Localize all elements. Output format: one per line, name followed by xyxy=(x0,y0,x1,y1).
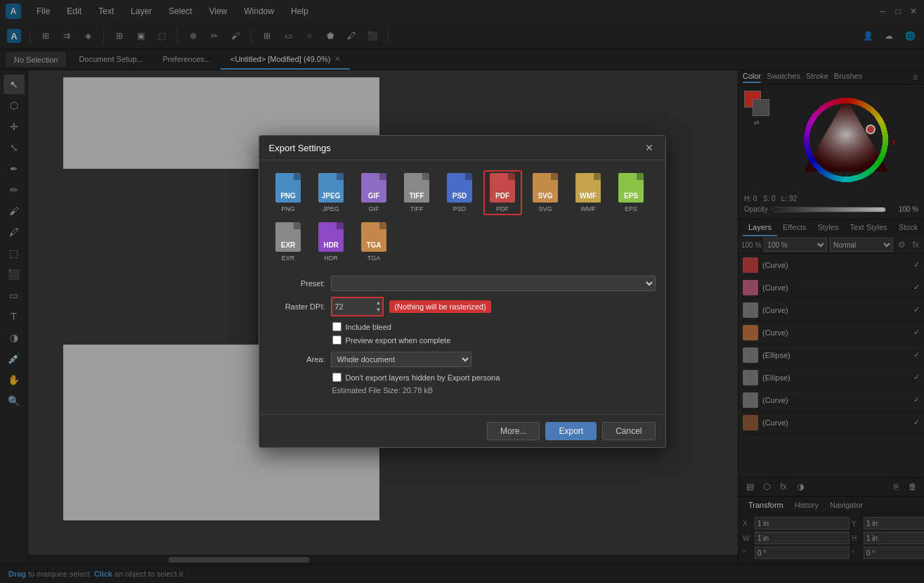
area-row: Area: Whole document xyxy=(269,352,656,367)
format-exr[interactable]: EXR EXR xyxy=(269,219,308,264)
format-jpeg[interactable]: JPEG JPEG xyxy=(312,170,351,215)
format-hdr[interactable]: HDR HDR xyxy=(312,219,351,264)
raster-dpi-label: Raster DPI: xyxy=(269,302,325,311)
include-bleed-checkbox[interactable] xyxy=(332,322,341,331)
include-bleed-row: Include bleed xyxy=(332,322,656,331)
dont-export-row: Don't export layers hidden by Export per… xyxy=(332,373,656,382)
hdr-icon: HDR xyxy=(318,222,344,252)
modal-overlay: Export Settings ✕ PNG PNG JPEG JPEG xyxy=(0,0,924,583)
preview-export-row: Preview export when complete xyxy=(332,335,656,345)
raster-dpi-input[interactable] xyxy=(332,299,375,314)
wmf-icon: WMF xyxy=(575,173,601,203)
dialog-body: PNG PNG JPEG JPEG GIF GIF xyxy=(259,160,665,414)
format-eps[interactable]: EPS EPS xyxy=(612,170,651,215)
cancel-button[interactable]: Cancel xyxy=(602,422,655,440)
dialog-footer: More... Export Cancel xyxy=(259,414,665,447)
psd-icon: PSD xyxy=(447,173,472,203)
exr-icon: EXR xyxy=(275,222,301,252)
preview-export-checkbox[interactable] xyxy=(332,335,341,345)
tga-icon: TGA xyxy=(361,222,386,252)
format-tga[interactable]: TGA TGA xyxy=(355,219,393,264)
preview-export-label: Preview export when complete xyxy=(346,336,451,345)
png-icon: PNG xyxy=(275,173,301,203)
dialog-close-button[interactable]: ✕ xyxy=(643,141,656,154)
raster-dpi-note: (Nothing will be rasterized) xyxy=(389,300,490,313)
preset-select[interactable] xyxy=(331,276,656,291)
area-label: Area: xyxy=(269,355,325,364)
format-png[interactable]: PNG PNG xyxy=(269,170,308,215)
gif-icon: GIF xyxy=(361,173,386,203)
more-button[interactable]: More... xyxy=(487,422,540,440)
dialog-title: Export Settings xyxy=(269,143,331,153)
dont-export-checkbox[interactable] xyxy=(332,373,341,382)
pdf-icon: PDF xyxy=(490,173,515,203)
format-psd[interactable]: PSD PSD xyxy=(441,170,479,215)
tiff-icon: TIFF xyxy=(404,173,429,203)
eps-icon: EPS xyxy=(618,173,644,203)
include-bleed-label: Include bleed xyxy=(346,323,391,331)
dialog-header: Export Settings ✕ xyxy=(259,136,665,160)
dont-export-label: Don't export layers hidden by Export per… xyxy=(346,373,500,382)
format-icons-row: PNG PNG JPEG JPEG GIF GIF xyxy=(269,170,656,264)
format-svg[interactable]: SVG SVG xyxy=(526,170,565,215)
format-wmf[interactable]: WMF WMF xyxy=(569,170,608,215)
format-pdf[interactable]: PDF PDF xyxy=(483,170,522,215)
raster-dpi-row: Raster DPI: ▲ ▼ (Nothing will be rasteri… xyxy=(269,297,656,316)
raster-dpi-input-group: ▲ ▼ xyxy=(331,297,384,316)
export-button[interactable]: Export xyxy=(545,422,597,440)
dpi-spinner[interactable]: ▲ ▼ xyxy=(375,298,383,315)
export-settings-dialog: Export Settings ✕ PNG PNG JPEG JPEG xyxy=(259,135,666,448)
format-tiff[interactable]: TIFF TIFF xyxy=(398,170,436,215)
preset-row: Preset: xyxy=(269,276,656,291)
jpeg-icon: JPEG xyxy=(318,173,344,203)
preset-label: Preset: xyxy=(269,279,325,288)
svg-icon: SVG xyxy=(533,173,558,203)
format-gif[interactable]: GIF GIF xyxy=(355,170,393,215)
estimated-size: Estimated File Size: 20.78 kB xyxy=(332,386,656,395)
area-select[interactable]: Whole document xyxy=(331,352,471,367)
